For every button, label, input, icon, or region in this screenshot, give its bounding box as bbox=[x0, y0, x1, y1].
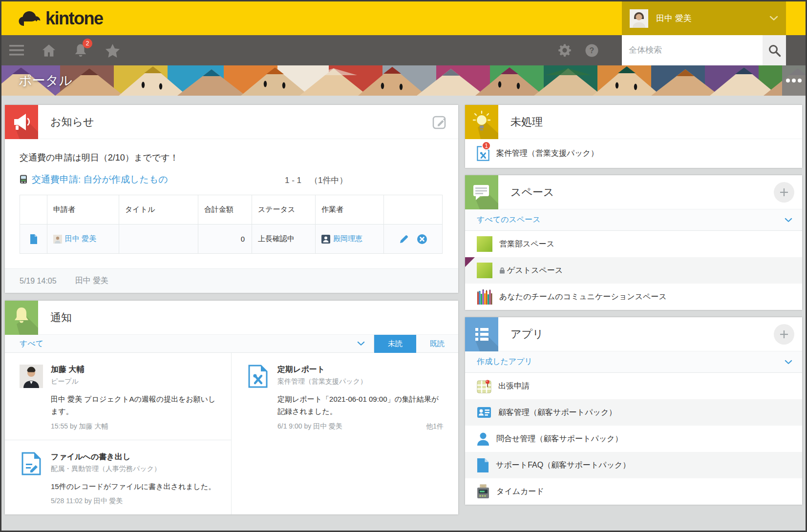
edit-record-button[interactable] bbox=[399, 234, 409, 244]
portal-content: お知らせ 交通費の申請は明日（2/10）までです！ 交通費申請: 自分が作成した… bbox=[1, 96, 806, 514]
home-button[interactable] bbox=[42, 43, 56, 58]
app-item[interactable]: 出張申請 bbox=[465, 373, 802, 399]
table-header-row: 申請者 タイトル 合計金額 ステータス 作業者 bbox=[20, 195, 443, 225]
banner-more-button[interactable] bbox=[782, 65, 806, 96]
space-item-guest[interactable]: ゲストスペース bbox=[465, 257, 802, 284]
notification-item[interactable]: 定期レポート 案件管理（営業支援パック） 定期レポート「2021-06-01 0… bbox=[232, 353, 458, 440]
notifications-bell-button[interactable]: 2 bbox=[74, 43, 87, 58]
record-document-icon bbox=[30, 234, 38, 244]
space-item[interactable]: 営業部スペース bbox=[465, 231, 802, 257]
spaces-filter-dropdown[interactable]: すべてのスペース bbox=[477, 215, 541, 225]
pending-item[interactable]: 1 案件管理（営業支援パック） bbox=[465, 139, 802, 168]
remove-record-button[interactable] bbox=[417, 234, 427, 245]
notifications-panel: 通知 すべて 未読 既読 bbox=[5, 301, 458, 514]
read-state-tabs: 未読 既読 bbox=[374, 335, 458, 353]
worker-link[interactable]: 殿岡理恵 bbox=[333, 234, 362, 244]
pagination-label: 1 - 1 （1件中） bbox=[285, 175, 347, 186]
space-thumbnail-pencils bbox=[477, 289, 492, 305]
spaces-title: スペース bbox=[510, 185, 554, 200]
compose-icon bbox=[432, 114, 447, 129]
app-name: 問合せ管理（顧客サポートパック） bbox=[496, 434, 623, 444]
app-name: タイムカード bbox=[496, 487, 544, 497]
chevron-down-icon[interactable] bbox=[785, 360, 792, 365]
travel-map-icon bbox=[477, 379, 491, 393]
column-worker: 作業者 bbox=[316, 195, 384, 225]
column-actions bbox=[384, 195, 443, 225]
lightbulb-icon bbox=[465, 105, 498, 139]
apps-filter-dropdown[interactable]: 作成したアプリ bbox=[477, 357, 532, 367]
column-applicant: 申請者 bbox=[47, 195, 119, 225]
plus-icon bbox=[779, 329, 789, 339]
kintone-logo[interactable]: kintone bbox=[18, 8, 103, 29]
spaces-filter-bar: すべてのスペース bbox=[465, 209, 802, 231]
notification-source: ピープル bbox=[51, 377, 216, 386]
search-button[interactable] bbox=[763, 35, 786, 65]
column-title: タイトル bbox=[119, 195, 198, 225]
record-title-cell bbox=[119, 225, 198, 254]
space-item[interactable]: あなたのチームのコミュニケーションスペース bbox=[465, 284, 802, 310]
app-name: 出張申請 bbox=[498, 381, 530, 391]
notification-body: 田中 愛美 プロジェクトAの週報の提出をお願いします。 bbox=[51, 393, 216, 418]
edit-announcement-button[interactable] bbox=[432, 114, 447, 129]
expense-view-link[interactable]: 交通費申請: 自分が作成したもの bbox=[32, 173, 168, 186]
pencil-icon bbox=[399, 234, 409, 244]
app-header: kintone 田中 愛美 bbox=[1, 1, 806, 35]
notification-badge: 2 bbox=[83, 39, 92, 48]
app-item[interactable]: 顧客管理（顧客サポートパック） bbox=[465, 399, 802, 426]
app-report-icon bbox=[246, 365, 270, 431]
notification-body: 定期レポート「2021-06-01 09:00」の集計結果が記録されました。 bbox=[277, 393, 444, 418]
notification-extra-count[interactable]: 他1件 bbox=[426, 422, 444, 431]
user-menu[interactable]: 田中 愛美 bbox=[622, 1, 786, 35]
column-record-icon bbox=[20, 195, 47, 225]
pending-item-label: 案件管理（営業支援パック） bbox=[496, 148, 598, 159]
column-status: ステータス bbox=[252, 195, 316, 225]
kintone-cloud-icon bbox=[18, 10, 42, 27]
apps-title: アプリ bbox=[510, 327, 544, 342]
app-item[interactable]: タイムカード bbox=[465, 478, 802, 505]
notifications-title: 通知 bbox=[50, 310, 72, 325]
kintone-portal-page: kintone 田中 愛美 2 bbox=[0, 0, 807, 532]
notification-item[interactable]: 加藤 大輔 ピープル 田中 愛美 プロジェクトAの週報の提出をお願いします。 1… bbox=[5, 353, 232, 440]
faq-document-icon bbox=[477, 458, 489, 473]
megaphone-icon bbox=[5, 105, 38, 139]
announcements-title: お知らせ bbox=[50, 115, 94, 129]
notification-filter-dropdown[interactable]: すべて bbox=[20, 339, 43, 349]
help-button[interactable]: ? bbox=[585, 44, 598, 57]
column-total: 合計金額 bbox=[198, 195, 252, 225]
total-amount-cell: 0 bbox=[198, 225, 252, 254]
chevron-down-icon[interactable] bbox=[357, 341, 365, 346]
apps-panel: アプリ 作成したアプリ bbox=[465, 317, 802, 505]
inquiry-person-icon bbox=[477, 432, 489, 446]
notification-sender: 加藤 大輔 bbox=[51, 365, 216, 375]
tab-read[interactable]: 既読 bbox=[416, 335, 458, 353]
notification-list: 加藤 大輔 ピープル 田中 愛美 プロジェクトAの週報の提出をお願いします。 1… bbox=[5, 353, 458, 514]
timecard-machine-icon bbox=[477, 484, 489, 499]
notification-filter-bar: すべて 未読 既読 bbox=[5, 335, 458, 353]
search-input[interactable] bbox=[622, 35, 763, 65]
add-space-button[interactable] bbox=[774, 182, 794, 203]
announcement-author: 田中 愛美 bbox=[75, 276, 108, 286]
announcement-message: 交通費の申請は明日（2/10）までです！ bbox=[20, 152, 444, 164]
space-name: あなたのチームのコミュニケーションスペース bbox=[499, 292, 667, 302]
tab-unread[interactable]: 未読 bbox=[374, 335, 416, 353]
favorites-star-button[interactable] bbox=[105, 43, 120, 58]
plus-icon bbox=[779, 187, 789, 197]
pending-count-badge: 1 bbox=[482, 141, 491, 150]
applicant-link[interactable]: 田中 愛美 bbox=[65, 234, 96, 244]
app-item[interactable]: サポートFAQ（顧客サポートパック） bbox=[465, 452, 802, 478]
announcement-timestamp: 5/19 14:05 bbox=[20, 277, 57, 286]
open-record-button[interactable] bbox=[30, 234, 38, 244]
chevron-down-icon[interactable] bbox=[785, 218, 792, 223]
notification-item[interactable]: ファイルへの書き出し 配属・異動管理（人事労務パック） 15件のレコードがファイ… bbox=[5, 440, 232, 515]
more-options-icon bbox=[786, 79, 790, 82]
hamburger-menu-button[interactable] bbox=[9, 45, 24, 56]
table-row: 田中 愛美 0 上長確認中 bbox=[20, 225, 443, 254]
portal-cover-banner: ポータル bbox=[1, 65, 806, 96]
app-item[interactable]: 問合せ管理（顧客サポートパック） bbox=[465, 426, 802, 452]
space-thumbnail bbox=[477, 263, 492, 278]
worker-user-icon bbox=[321, 235, 330, 244]
notification-meta: 15:55 by 加藤 大輔 bbox=[51, 422, 108, 431]
pending-panel: 未処理 1 案件管理（営業支援パック） bbox=[465, 105, 802, 168]
add-app-button[interactable] bbox=[774, 324, 794, 345]
settings-gear-button[interactable] bbox=[558, 43, 572, 57]
